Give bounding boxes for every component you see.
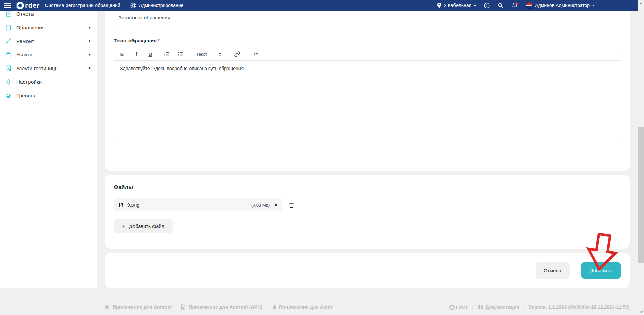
file-name: 9.png: [127, 202, 139, 208]
sidebar-item-hotel-services[interactable]: Услуги гостиницы: [0, 61, 97, 75]
version-label: Версия: 1.1.2016 (f8e68d6c-18.12.2023-11…: [528, 304, 630, 310]
italic-button[interactable]: I: [133, 51, 139, 57]
avatar: [526, 2, 533, 9]
app-root: rder Система регистрации обращений Админ…: [0, 0, 644, 315]
order-logo-icon: [16, 1, 25, 10]
sidebar-item-label: Обращения: [16, 25, 45, 30]
android-app-link[interactable]: Приложение для Android: [105, 304, 172, 310]
footer-brand-logo[interactable]: rder: [449, 304, 468, 310]
files-heading: Файлы: [114, 184, 621, 190]
format-select-value: Текст: [196, 52, 207, 57]
sidebar-item-label: Ремонт: [16, 38, 34, 44]
submenu-arrow-icon: [89, 40, 91, 42]
footer-separator: |: [523, 304, 524, 310]
save-file-icon: [118, 202, 124, 208]
gear-circle-icon: [130, 2, 137, 9]
android-apk-link[interactable]: Приложение для Android (APK): [181, 304, 262, 310]
topbar-divider: [125, 3, 125, 8]
location-label: 2 Кабельная: [444, 3, 471, 8]
file-row: 9.png (0.03 Mb) ✕: [114, 198, 621, 211]
system-title: Система регистрации обращений: [45, 3, 120, 8]
topbar: rder Система регистрации обращений Админ…: [0, 0, 638, 11]
rich-text-editor: B I U Текст: [114, 48, 621, 144]
location-selector[interactable]: 2 Кабельная: [437, 2, 476, 8]
search-icon[interactable]: [497, 2, 504, 9]
hotel-services-icon: [5, 64, 12, 72]
sidebar-item-services[interactable]: Услуги: [0, 48, 97, 62]
alarm-icon: [5, 92, 12, 99]
submenu-arrow-icon: [89, 67, 91, 70]
sidebar: Отчеты Обращения Ремонт Услуг: [0, 11, 97, 288]
sidebar-item-label: Настройки: [16, 79, 42, 85]
services-icon: [5, 51, 12, 58]
cancel-button[interactable]: Отмена: [536, 262, 570, 279]
paragraph-format-select[interactable]: Текст: [196, 52, 221, 57]
google-play-icon: [105, 304, 110, 310]
footer-separator: |: [472, 304, 474, 310]
plus-icon: +: [122, 223, 125, 230]
scrollbar-thumb[interactable]: [638, 127, 644, 263]
clear-formatting-button[interactable]: Tx: [253, 51, 258, 57]
user-menu[interactable]: Админов Администратор: [526, 2, 595, 9]
updown-arrows-icon: [219, 52, 221, 56]
requests-icon: [5, 24, 12, 31]
bullet-list-button[interactable]: [177, 51, 184, 57]
chevron-down-icon: [474, 5, 476, 6]
actions-card: Отмена Добавить: [105, 253, 630, 288]
sidebar-item-alarm[interactable]: Тревога: [0, 89, 97, 102]
repair-icon: [5, 37, 12, 45]
editor-content[interactable]: Здравствуйте. Здесь подробно описана сут…: [114, 61, 621, 144]
submit-button[interactable]: Добавить: [581, 262, 621, 279]
submenu-arrow-icon: [89, 26, 91, 29]
brand-text: rder: [25, 1, 40, 9]
sidebar-item-label: Тревога: [16, 93, 35, 98]
insert-link-button[interactable]: [234, 51, 240, 57]
sidebar-item-repair[interactable]: Ремонт: [0, 34, 97, 48]
vertical-scrollbar[interactable]: [638, 0, 644, 315]
sidebar-item-label: Услуги: [16, 52, 32, 57]
report-icon: [5, 11, 12, 17]
admin-label: Администрирование: [139, 3, 184, 8]
footer: Приложение для Android Приложение для An…: [105, 299, 630, 315]
required-asterisk: *: [158, 38, 160, 43]
editor-toolbar: B I U Текст: [114, 48, 621, 61]
admin-menu[interactable]: Администрирование: [130, 2, 184, 9]
sidebar-item-settings[interactable]: Настройки: [0, 75, 97, 89]
menu-icon[interactable]: [4, 3, 11, 8]
info-icon[interactable]: [484, 2, 490, 9]
documentation-link[interactable]: Документация: [478, 304, 519, 310]
notifications-bell-icon[interactable]: [511, 2, 518, 9]
request-title-input[interactable]: [114, 11, 621, 25]
scroll-up-icon[interactable]: [638, 1, 644, 6]
request-form-card: Текст обращения* B I U: [105, 11, 630, 171]
files-card: Файлы 9.png (0.03 Mb) ✕ + Добавить файл: [105, 175, 630, 249]
scroll-down-icon[interactable]: [638, 309, 644, 314]
apple-app-link[interactable]: Приложение для Apple: [271, 304, 333, 310]
add-file-button[interactable]: + Добавить файл: [114, 219, 173, 233]
apple-icon: [271, 304, 276, 310]
remove-file-icon[interactable]: ✕: [274, 203, 278, 207]
sidebar-item-requests[interactable]: Обращения: [0, 21, 97, 35]
brand-logo[interactable]: rder: [16, 1, 40, 10]
sidebar-item-reports[interactable]: Отчеты: [0, 11, 97, 21]
submenu-arrow-icon: [89, 53, 91, 56]
trash-icon[interactable]: [288, 202, 295, 208]
user-name: Админов Администратор: [535, 3, 590, 8]
file-size: (0.03 Mb): [251, 203, 270, 208]
book-icon: [478, 305, 483, 310]
apk-file-icon: [181, 304, 186, 310]
request-text-label: Текст обращения*: [114, 38, 621, 43]
sidebar-item-label: Услуги гостиницы: [16, 65, 59, 71]
settings-icon: [5, 78, 12, 86]
sidebar-item-label: Отчеты: [16, 11, 34, 17]
bold-button[interactable]: B: [119, 51, 125, 57]
main-content: Текст обращения* B I U: [97, 11, 638, 315]
underline-button[interactable]: U: [148, 51, 153, 57]
attached-file-chip[interactable]: 9.png (0.03 Mb) ✕: [114, 198, 282, 211]
chevron-down-icon: [592, 5, 595, 6]
location-pin-icon: [437, 2, 442, 8]
ordered-list-button[interactable]: [164, 51, 170, 57]
